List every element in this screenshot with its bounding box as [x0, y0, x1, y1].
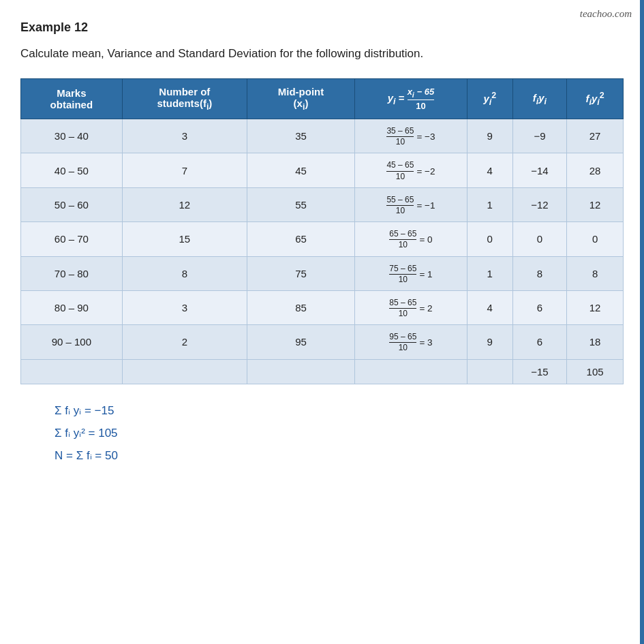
- total-fiyi2: 105: [567, 359, 624, 384]
- table-cell: 3: [122, 119, 247, 153]
- table-cell: 9: [467, 119, 512, 153]
- table-cell-empty: [467, 359, 512, 384]
- watermark: teachoo.com: [580, 8, 632, 20]
- col-header-xi: Mid-point(xi): [247, 79, 355, 119]
- table-cell: 1: [467, 256, 512, 290]
- table-cell: −12: [512, 187, 566, 221]
- table-cell: 0: [467, 222, 512, 256]
- table-cell: 4: [467, 290, 512, 324]
- summary-eq2: Σ fᵢ yᵢ² = 105: [55, 426, 624, 440]
- table-cell: 1: [467, 187, 512, 221]
- table-cell: 9: [467, 325, 512, 359]
- table-cell: 55: [247, 187, 355, 221]
- table-cell: 90 – 100: [21, 325, 123, 359]
- data-table: Marksobtained Number ofstudents(fi) Mid-…: [20, 78, 624, 384]
- table-cell: 4: [467, 153, 512, 187]
- table-cell: 75: [247, 256, 355, 290]
- col-header-fi: Number ofstudents(fi): [122, 79, 247, 119]
- col-header-yi: yi = xi − 6510: [355, 79, 467, 119]
- table-cell: 35 – 6510 = −3: [355, 119, 467, 153]
- table-cell-empty: [21, 359, 123, 384]
- table-cell: 70 – 80: [21, 256, 123, 290]
- table-cell: 6: [512, 290, 566, 324]
- table-total-row: −15105: [21, 359, 624, 384]
- table-cell: 3: [122, 290, 247, 324]
- table-cell: 6: [512, 325, 566, 359]
- table-cell-empty: [122, 359, 247, 384]
- table-cell: 80 – 90: [21, 290, 123, 324]
- table-cell: 50 – 60: [21, 187, 123, 221]
- table-cell: 75 – 6510 = 1: [355, 256, 467, 290]
- table-row: 40 – 5074545 – 6510 = −24−1428: [21, 153, 624, 187]
- table-cell-empty: [355, 359, 467, 384]
- table-cell: 35: [247, 119, 355, 153]
- col-header-yi2: yi2: [467, 79, 512, 119]
- table-row: 70 – 8087575 – 6510 = 1188: [21, 256, 624, 290]
- table-cell: 30 – 40: [21, 119, 123, 153]
- table-row: 30 – 4033535 – 6510 = −39−927: [21, 119, 624, 153]
- problem-text: Calculate mean, Variance and Standard De…: [20, 44, 624, 63]
- table-cell: 40 – 50: [21, 153, 123, 187]
- table-cell: 15: [122, 222, 247, 256]
- table-cell: 18: [567, 325, 624, 359]
- table-cell: 95 – 6510 = 3: [355, 325, 467, 359]
- col-header-fiyi: fiyi: [512, 79, 566, 119]
- table-cell: 28: [567, 153, 624, 187]
- table-cell: 8: [122, 256, 247, 290]
- table-cell: 0: [512, 222, 566, 256]
- table-cell: 45 – 6510 = −2: [355, 153, 467, 187]
- table-cell: 55 – 6510 = −1: [355, 187, 467, 221]
- table-cell: 12: [567, 187, 624, 221]
- table-cell: 12: [567, 290, 624, 324]
- total-fiyi: −15: [512, 359, 566, 384]
- table-cell: −9: [512, 119, 566, 153]
- table-cell: 0: [567, 222, 624, 256]
- accent-bar: [640, 0, 644, 491]
- col-header-fiyi2: fiyi2: [567, 79, 624, 119]
- table-row: 60 – 70156565 – 6510 = 0000: [21, 222, 624, 256]
- table-cell: 85 – 6510 = 2: [355, 290, 467, 324]
- summary-eq3: N = Σ fᵢ = 50: [55, 448, 624, 463]
- table-cell: 85: [247, 290, 355, 324]
- table-cell: −14: [512, 153, 566, 187]
- table-row: 50 – 60125555 – 6510 = −11−1212: [21, 187, 624, 221]
- col-header-marks: Marksobtained: [21, 79, 123, 119]
- table-cell: 45: [247, 153, 355, 187]
- table-cell: 8: [512, 256, 566, 290]
- table-row: 80 – 9038585 – 6510 = 24612: [21, 290, 624, 324]
- table-cell: 8: [567, 256, 624, 290]
- table-cell: 27: [567, 119, 624, 153]
- example-title: Example 12: [20, 20, 624, 35]
- table-cell-empty: [247, 359, 355, 384]
- summary-section: Σ fᵢ yᵢ = −15 Σ fᵢ yᵢ² = 105 N = Σ fᵢ = …: [20, 403, 624, 463]
- table-cell: 65: [247, 222, 355, 256]
- table-cell: 2: [122, 325, 247, 359]
- table-cell: 65 – 6510 = 0: [355, 222, 467, 256]
- table-cell: 95: [247, 325, 355, 359]
- summary-eq1: Σ fᵢ yᵢ = −15: [55, 403, 624, 418]
- table-cell: 60 – 70: [21, 222, 123, 256]
- table-row: 90 – 10029595 – 6510 = 39618: [21, 325, 624, 359]
- table-cell: 12: [122, 187, 247, 221]
- table-cell: 7: [122, 153, 247, 187]
